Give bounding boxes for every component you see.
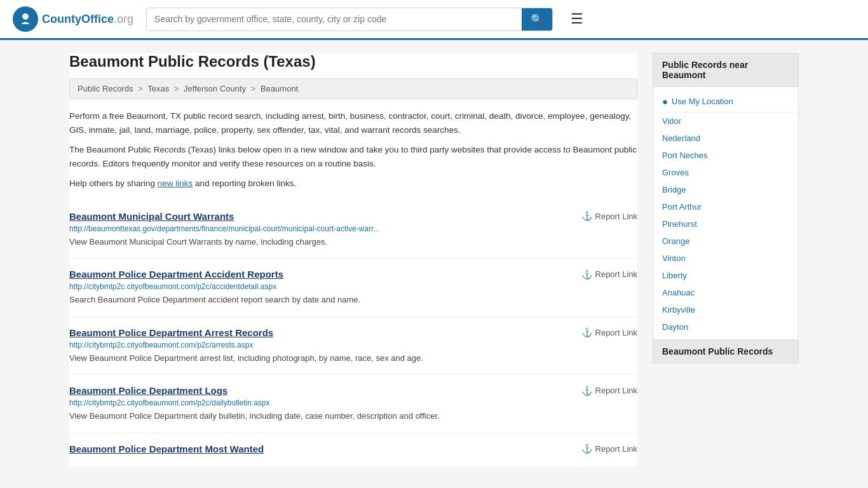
hamburger-icon: ☰ [571, 11, 583, 27]
sidebar-nearby-place[interactable]: Vinton [653, 250, 798, 267]
report-link-icon: ⚓ [581, 386, 592, 396]
breadcrumb-sep-1: > [138, 84, 145, 93]
record-desc: View Beaumont Police Department arrest l… [69, 352, 637, 365]
record-item: Beaumont Municipal Court Warrants ⚓ Repo… [69, 201, 637, 259]
sidebar-nearby-place[interactable]: Groves [653, 164, 798, 181]
record-url[interactable]: http://citybmtp2c.cityofbeaumont.com/p2c… [69, 398, 637, 407]
report-link-button[interactable]: ⚓ Report Link [581, 269, 637, 280]
breadcrumb-sep-3: > [251, 84, 258, 93]
nearby-title: Public Records near Beaumont [653, 53, 798, 87]
records-list: Beaumont Municipal Court Warrants ⚓ Repo… [69, 201, 637, 468]
desc-para-3-post: and reporting broken links. [193, 179, 296, 188]
nearby-places-list: VidorNederlandPort NechesGrovesBridgePor… [653, 112, 798, 336]
svg-point-0 [22, 13, 29, 20]
logo-text: CountyOffice.org [42, 13, 133, 26]
report-link-icon: ⚓ [581, 444, 592, 454]
record-header: Beaumont Police Department Accident Repo… [69, 269, 637, 280]
record-item: Beaumont Police Department Accident Repo… [69, 259, 637, 317]
report-link-button[interactable]: ⚓ Report Link [581, 211, 637, 221]
sidebar-nearby-place[interactable]: Orange [653, 233, 798, 250]
breadcrumb-sep-2: > [174, 84, 181, 93]
report-link-label: Report Link [595, 328, 637, 337]
logo-tld: .org [114, 13, 133, 25]
breadcrumb-jefferson-county[interactable]: Jefferson County [184, 84, 246, 93]
nearby-box: Public Records near Beaumont ● Use My Lo… [653, 53, 799, 363]
new-links-link[interactable]: new links [158, 179, 193, 188]
use-my-location-button[interactable]: ● Use My Location [653, 91, 798, 112]
report-link-icon: ⚓ [581, 211, 592, 221]
sidebar-nearby-place[interactable]: Pinehurst [653, 215, 798, 233]
logo[interactable]: CountyOffice.org [13, 6, 133, 32]
breadcrumb-public-records[interactable]: Public Records [78, 84, 133, 93]
record-item: Beaumont Police Department Most Wanted ⚓… [69, 433, 637, 468]
record-header: Beaumont Police Department Most Wanted ⚓… [69, 444, 637, 454]
report-link-button[interactable]: ⚓ Report Link [581, 386, 637, 396]
search-input[interactable] [147, 9, 522, 29]
sidebar-nearby-place[interactable]: Dayton [653, 318, 798, 336]
sidebar-nearby-place[interactable]: Port Neches [653, 147, 798, 164]
report-link-label: Report Link [595, 386, 637, 395]
sidebar-nearby-place[interactable]: Nederland [653, 130, 798, 147]
desc-para-3: Help others by sharing new links and rep… [69, 177, 637, 191]
sidebar: Public Records near Beaumont ● Use My Lo… [653, 53, 799, 468]
record-item: Beaumont Police Department Logs ⚓ Report… [69, 375, 637, 433]
use-my-location-label: Use My Location [672, 97, 733, 106]
sidebar-bottom-title: Beaumont Public Records [653, 339, 798, 363]
search-icon: 🔍 [531, 14, 543, 25]
record-desc: View Beaumont Municipal Court Warrants b… [69, 236, 637, 248]
sidebar-nearby-place[interactable]: Anahuac [653, 284, 798, 301]
content-area: Beaumont Public Records (Texas) Public R… [69, 53, 637, 468]
main-container: Beaumont Public Records (Texas) Public R… [59, 40, 809, 480]
sidebar-nearby-place[interactable]: Bridge [653, 181, 798, 198]
report-link-button[interactable]: ⚓ Report Link [581, 444, 637, 454]
sidebar-nearby-place[interactable]: Port Arthur [653, 198, 798, 215]
report-link-label: Report Link [595, 212, 637, 221]
report-link-button[interactable]: ⚓ Report Link [581, 327, 637, 337]
breadcrumb-beaumont[interactable]: Beaumont [261, 84, 298, 93]
record-title[interactable]: Beaumont Police Department Arrest Record… [69, 327, 273, 338]
desc-para-1: Perform a free Beaumont, TX public recor… [69, 109, 637, 137]
page-title: Beaumont Public Records (Texas) [69, 53, 637, 71]
record-url[interactable]: http://citybmtp2c.cityofbeaumont.com/p2c… [69, 341, 637, 349]
desc-para-2: The Beaumont Public Records (Texas) link… [69, 143, 637, 170]
record-title[interactable]: Beaumont Police Department Accident Repo… [69, 269, 283, 280]
sidebar-nearby-place[interactable]: Liberty [653, 267, 798, 284]
record-item: Beaumont Police Department Arrest Record… [69, 317, 637, 376]
record-title[interactable]: Beaumont Police Department Logs [69, 385, 227, 396]
report-link-label: Report Link [595, 269, 637, 279]
report-link-label: Report Link [595, 444, 637, 454]
report-link-icon: ⚓ [581, 327, 592, 337]
nearby-content: ● Use My Location VidorNederlandPort Nec… [653, 87, 798, 339]
logo-icon [13, 6, 38, 32]
location-pin-icon: ● [662, 96, 668, 107]
sidebar-nearby-place[interactable]: Vidor [653, 112, 798, 130]
breadcrumb: Public Records > Texas > Jefferson Count… [69, 78, 637, 99]
header: CountyOffice.org 🔍 ☰ [0, 0, 868, 40]
record-header: Beaumont Municipal Court Warrants ⚓ Repo… [69, 211, 637, 222]
sidebar-nearby-place[interactable]: Kirbyville [653, 301, 798, 318]
record-url[interactable]: http://beaumonttexas.gov/departments/fin… [69, 224, 637, 233]
record-desc: View Beaumont Police Department daily bu… [69, 410, 637, 423]
search-container: 🔍 [146, 8, 553, 31]
desc-para-3-pre: Help others by sharing [69, 179, 158, 188]
logo-brand: CountyOffice [42, 13, 114, 25]
record-title[interactable]: Beaumont Municipal Court Warrants [69, 211, 234, 222]
record-header: Beaumont Police Department Arrest Record… [69, 327, 637, 338]
record-url[interactable]: http://citybmtp2c.cityofbeaumont.com/p2c… [69, 282, 637, 291]
menu-button[interactable]: ☰ [571, 11, 583, 27]
breadcrumb-texas[interactable]: Texas [147, 84, 169, 93]
search-button[interactable]: 🔍 [522, 8, 552, 30]
report-link-icon: ⚓ [581, 269, 592, 280]
description: Perform a free Beaumont, TX public recor… [69, 109, 637, 191]
record-header: Beaumont Police Department Logs ⚓ Report… [69, 385, 637, 396]
record-desc: Search Beaumont Police Department accide… [69, 294, 637, 306]
record-title[interactable]: Beaumont Police Department Most Wanted [69, 444, 264, 454]
